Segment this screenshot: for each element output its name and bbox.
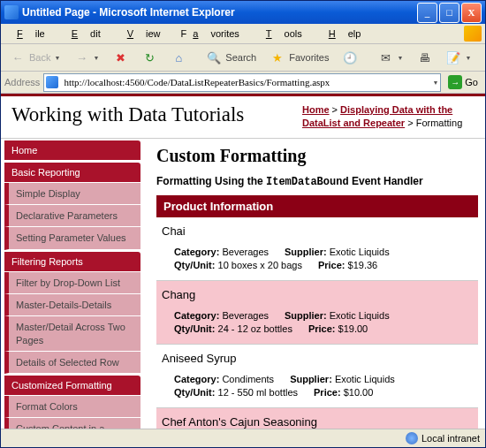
sidebar: Home Basic Reporting Simple Display Decl… [1,139,140,429]
category-label: Category [174,374,219,384]
content-heading: Custom Formatting [156,146,478,166]
edit-icon: 📝 [445,49,461,65]
print-button[interactable]: 🖶 [411,47,437,68]
messenger-button[interactable]: 👤 [479,47,486,68]
menu-file[interactable]: File [4,27,57,41]
menu-view[interactable]: View [115,27,173,41]
supplier-label: Supplier [285,310,327,321]
titlebar: Untitled Page - Microsoft Internet Explo… [1,1,485,24]
nav-master-details-details[interactable]: Master-Details-Details [4,294,140,316]
supplier-value: Exotic Liquids [330,247,390,257]
breadcrumb-home[interactable]: Home [302,104,330,115]
breadcrumb: Home > Displaying Data with the DataList… [302,103,475,131]
url-input[interactable] [62,76,429,88]
main-panel: Custom Formatting Formatting Using the I… [140,139,485,429]
price-label: Price [314,387,341,398]
nav-custom-content-gridview[interactable]: Custom Content in a GridView [4,418,140,429]
stop-button[interactable]: ✖ [107,47,133,68]
nav-setting-parameter-values[interactable]: Setting Parameter Values [4,227,140,249]
throbber-icon [464,26,482,42]
status-bar: Local intranet [1,429,485,447]
refresh-button[interactable]: ↻ [136,47,163,68]
toolbar: ←Back▼ →▼ ✖ ↻ ⌂ 🔍Search ★Favorites 🕘 ✉▼ … [1,44,485,72]
product-item: ChaiCategory BeveragesSupplier Exotic Li… [156,217,478,281]
price-value: $19.00 [338,323,368,334]
search-icon: 🔍 [206,49,222,65]
nav-customized-formatting[interactable]: Customized Formatting [4,376,140,396]
window-title: Untitled Page - Microsoft Internet Explo… [22,6,417,19]
section-header: Product Information [156,195,478,217]
intranet-icon [406,432,418,444]
forward-button[interactable]: →▼ [68,47,104,68]
category-value: Condiments [222,374,274,384]
page-icon [46,76,58,88]
menu-edit[interactable]: Edit [59,27,113,41]
qty-label: Qty/Unit [174,387,215,398]
dropdown-icon[interactable]: ▼ [432,80,438,86]
forward-icon: → [73,49,89,65]
product-name: Aniseed Syrup [162,352,475,365]
go-button[interactable]: →Go [444,74,482,90]
search-button[interactable]: 🔍Search [201,47,262,68]
nav-details-selected-row[interactable]: Details of Selected Row [4,352,140,374]
qty-value: 12 - 550 ml bottles [218,387,299,398]
content-area[interactable]: Working with Data Tutorials Home > Displ… [1,94,485,429]
nav-declarative-parameters[interactable]: Declarative Parameters [4,205,140,227]
edit-button[interactable]: 📝▼ [440,47,476,68]
product-name: Chai [162,224,475,238]
supplier-value: Exotic Liquids [330,310,390,321]
product-item: Aniseed SyrupCategory CondimentsSupplier… [156,345,478,408]
address-label: Address [4,77,40,87]
address-bar: Address ▼ →Go [1,72,485,94]
menu-tools[interactable]: Tools [254,27,315,41]
nav-simple-display[interactable]: Simple Display [4,183,140,205]
menu-help[interactable]: Help [316,27,374,41]
price-value: $19.36 [348,260,378,270]
page-title: Working with Data Tutorials [11,103,292,131]
supplier-value: Exotic Liquids [335,374,395,384]
browser-window: Untitled Page - Microsoft Internet Explo… [0,0,486,448]
product-item: Chef Anton's Cajun SeasoningCategory Con… [156,408,478,429]
content-subheading: Formatting Using the ItemDataBound Event… [156,175,478,188]
back-button[interactable]: ←Back▼ [4,47,65,68]
mail-button[interactable]: ✉▼ [372,47,408,68]
menu-favorites[interactable]: Favorites [175,27,252,41]
nav-filtering-reports[interactable]: Filtering Reports [4,252,140,272]
stop-icon: ✖ [112,49,128,65]
nav-master-detail-two-pages[interactable]: Master/Detail Across Two Pages [4,316,140,352]
supplier-label: Supplier [285,247,327,257]
history-button[interactable]: 🕘 [337,47,363,68]
print-icon: 🖶 [416,49,432,65]
minimize-button[interactable]: _ [417,3,437,23]
menu-bar: File Edit View Favorites Tools Help [1,24,485,44]
security-zone: Local intranet [406,432,480,444]
breadcrumb-current: Formatting [416,118,463,128]
mail-icon: ✉ [377,49,393,65]
price-label: Price [318,260,346,270]
nav-format-colors[interactable]: Format Colors [4,396,140,418]
home-icon: ⌂ [171,49,186,65]
price-label: Price [308,323,336,334]
product-name: Chang [162,288,475,301]
ie-icon [4,5,19,19]
qty-value: 10 boxes x 20 bags [218,260,302,270]
back-icon: ← [10,49,26,65]
nav-home[interactable]: Home [4,140,140,161]
address-field[interactable]: ▼ [43,73,441,92]
product-name: Chef Anton's Cajun Seasoning [162,415,475,429]
qty-label: Qty/Unit [174,260,215,270]
product-list: ChaiCategory BeveragesSupplier Exotic Li… [156,217,478,429]
star-icon: ★ [270,49,285,65]
favorites-button[interactable]: ★Favorites [264,47,334,68]
qty-label: Qty/Unit [174,323,215,334]
qty-value: 24 - 12 oz bottles [218,323,292,334]
home-button[interactable]: ⌂ [165,47,192,68]
category-label: Category [174,247,219,257]
refresh-icon: ↻ [141,49,157,65]
supplier-label: Supplier [290,374,332,384]
nav-filter-dropdown[interactable]: Filter by Drop-Down List [4,272,140,294]
maximize-button[interactable]: □ [439,3,459,23]
nav-basic-reporting[interactable]: Basic Reporting [4,163,140,183]
product-item: ChangCategory BeveragesSupplier Exotic L… [156,281,478,345]
close-button[interactable]: X [461,3,482,23]
